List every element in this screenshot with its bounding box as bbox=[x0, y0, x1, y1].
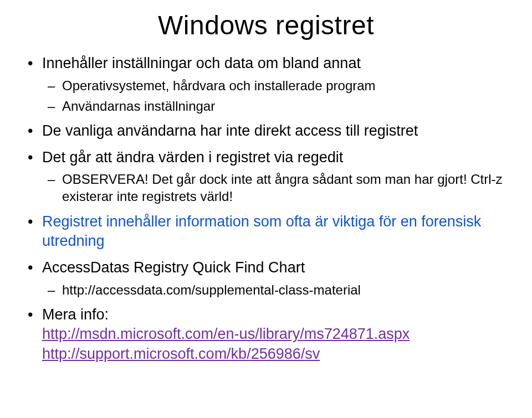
bullet-item: Det går att ändra värden i registret via… bbox=[22, 148, 510, 205]
sub-item: Operativsystemet, hårdvara och installer… bbox=[42, 77, 510, 94]
bullet-item: Innehåller inställningar och data om bla… bbox=[22, 54, 510, 115]
bullet-text: De vanliga användarna har inte direkt ac… bbox=[42, 122, 418, 139]
link-msdn[interactable]: http://msdn.microsoft.com/en-us/library/… bbox=[42, 326, 410, 342]
bullet-item: Mera info: http://msdn.microsoft.com/en-… bbox=[22, 305, 510, 364]
bullet-text: Det går att ändra värden i registret via… bbox=[42, 149, 343, 166]
sub-item-link[interactable]: http://accessdata.com/supplemental-class… bbox=[42, 281, 510, 298]
bullet-text: AccessDatas Registry Quick Find Chart bbox=[42, 259, 305, 276]
bullet-item: AccessDatas Registry Quick Find Chart ht… bbox=[22, 258, 510, 298]
bullet-text: Registret innehåller information som oft… bbox=[42, 213, 481, 250]
link-support[interactable]: http://support.microsoft.com/kb/256986/s… bbox=[42, 345, 320, 362]
bullet-item: De vanliga användarna har inte direkt ac… bbox=[22, 121, 510, 141]
sub-item: Användarnas inställningar bbox=[42, 97, 510, 115]
bullet-text: Mera info: bbox=[42, 306, 109, 323]
bullet-text: Innehåller inställningar och data om bla… bbox=[42, 55, 361, 71]
page-title: Windows registret bbox=[22, 10, 510, 40]
bullet-item: Registret innehåller information som oft… bbox=[22, 212, 510, 251]
bullet-list: Innehåller inställningar och data om bla… bbox=[22, 54, 510, 364]
sub-list: OBSERVERA! Det går dock inte att ångra s… bbox=[42, 171, 510, 205]
sub-list: http://accessdata.com/supplemental-class… bbox=[42, 281, 510, 298]
sub-list: Operativsystemet, hårdvara och installer… bbox=[42, 77, 510, 115]
sub-item: OBSERVERA! Det går dock inte att ångra s… bbox=[42, 171, 510, 205]
